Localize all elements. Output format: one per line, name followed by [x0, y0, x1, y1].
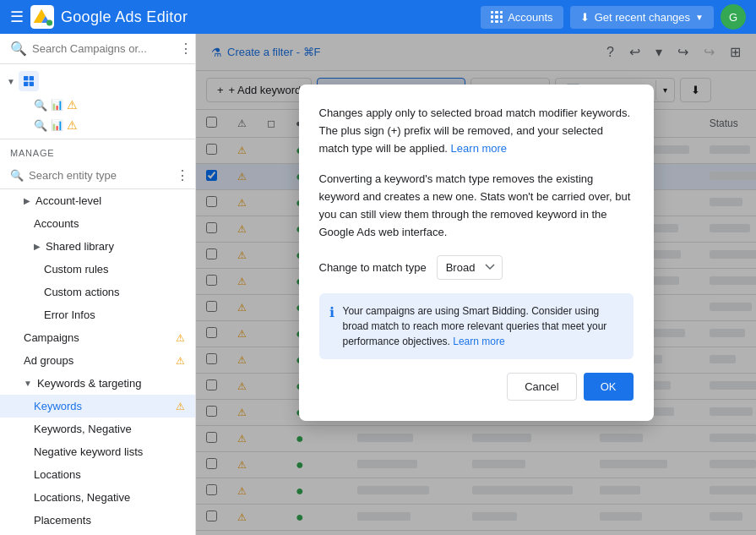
svg-rect-2 — [24, 76, 28, 80]
download-icon: ⬇ — [580, 11, 590, 24]
accounts-button[interactable]: Accounts — [481, 6, 563, 29]
sidebar-item-ad-groups[interactable]: Ad groups ⚠ — [0, 349, 195, 372]
sidebar-item-shared-library[interactable]: ▶ Shared library — [0, 235, 195, 258]
search-sub-icon: 🔍 — [34, 99, 47, 112]
nav-tree: ▶ Account-level Accounts ▶ Shared librar… — [0, 189, 195, 535]
svg-rect-5 — [30, 82, 34, 86]
entity-search-input[interactable] — [29, 169, 171, 182]
campaign-search-bar[interactable]: 🔍 ⋮ — [0, 34, 195, 64]
smart-bidding-info-box: ℹ Your campaigns are using Smart Bidding… — [319, 293, 634, 359]
sidebar-item-locations[interactable]: Locations — [0, 463, 195, 486]
grid-icon — [491, 11, 503, 23]
dialog-overlay: Changes apply only to selected broad mat… — [196, 34, 756, 535]
sidebar-item-error-infos[interactable]: Error Infos — [0, 303, 195, 326]
sidebar: 🔍 ⋮ ▼ 🔍 📊 ⚠ 🔍 📊 ⚠ — [0, 34, 196, 535]
campaign-item-1[interactable]: 🔍 📊 ⚠ — [27, 95, 195, 115]
sidebar-item-keywords[interactable]: Keywords ⚠ — [0, 395, 195, 418]
dialog-text-2: Converting a keyword's match type remove… — [319, 171, 634, 241]
entity-more-icon[interactable]: ⋮ — [176, 167, 189, 183]
content-area: ⚗ Create a filter - ⌘F ? ↩ ▾ ↪ ↪ ⊞ — [196, 34, 756, 535]
chevron-down-icon: ▼ — [695, 13, 704, 22]
learn-more-link-1[interactable]: Learn more — [451, 142, 507, 155]
campaigns-icon — [19, 71, 39, 91]
search-sub-icon2: 🔍 — [34, 119, 47, 132]
search-entity-icon: 🔍 — [10, 169, 24, 182]
warning-icon-2: ⚠ — [67, 118, 78, 132]
campaign-list: 🔍 📊 ⚠ 🔍 📊 ⚠ — [0, 95, 195, 135]
google-ads-logo — [30, 5, 54, 29]
campaign-icon-1: 📊 — [51, 99, 63, 111]
campaigns-collapse[interactable]: ▼ — [0, 68, 195, 95]
svg-rect-4 — [24, 82, 28, 86]
match-type-row: Change to match type Broad Phrase Exact — [319, 255, 634, 280]
learn-more-link-2[interactable]: Learn more — [453, 336, 504, 347]
expand-icon-shared: ▶ — [34, 242, 41, 251]
menu-icon[interactable]: ☰ — [10, 8, 24, 26]
more-icon[interactable]: ⋮ — [179, 41, 193, 57]
sidebar-item-placements-negative[interactable]: Placements, Negative — [0, 532, 195, 535]
info-icon: ℹ — [329, 304, 334, 320]
campaign-tree: ▼ 🔍 📊 ⚠ 🔍 📊 ⚠ — [0, 64, 195, 139]
campaigns-warning-icon: ⚠ — [176, 332, 185, 344]
match-type-label: Change to match type — [319, 261, 427, 274]
app-title: Google Ads Editor — [61, 8, 188, 26]
match-type-select[interactable]: Broad Phrase Exact — [437, 255, 503, 280]
sidebar-item-keywords-negative[interactable]: Keywords, Negative — [0, 418, 195, 440]
dialog-actions: Cancel OK — [319, 373, 634, 401]
svg-rect-3 — [30, 76, 34, 80]
entity-search-bar[interactable]: 🔍 ⋮ — [0, 162, 195, 189]
campaign-search-input[interactable] — [32, 42, 174, 55]
svg-point-1 — [46, 20, 52, 26]
campaign-item-2[interactable]: 🔍 📊 ⚠ — [27, 115, 195, 135]
ok-button[interactable]: OK — [584, 373, 634, 401]
ad-groups-warning-icon: ⚠ — [176, 355, 185, 367]
warning-icon: ⚠ — [67, 98, 78, 112]
top-bar: ☰ Google Ads Editor Accounts ⬇ Get recen… — [0, 0, 756, 34]
get-recent-changes-button[interactable]: ⬇ Get recent changes ▼ — [570, 6, 714, 29]
sidebar-item-locations-negative[interactable]: Locations, Negative — [0, 486, 195, 509]
expand-icon-kw: ▼ — [24, 379, 32, 388]
manage-label: MANAGE — [0, 139, 195, 162]
sidebar-item-accounts[interactable]: Accounts — [0, 212, 195, 235]
sidebar-item-negative-keyword-lists[interactable]: Negative keyword lists — [0, 440, 195, 463]
avatar[interactable]: G — [721, 4, 746, 30]
cancel-button[interactable]: Cancel — [507, 373, 576, 401]
change-match-type-dialog: Changes apply only to selected broad mat… — [299, 85, 654, 421]
sidebar-item-placements[interactable]: Placements — [0, 509, 195, 532]
expand-icon: ▶ — [24, 196, 30, 205]
sidebar-item-custom-rules[interactable]: Custom rules — [0, 258, 195, 281]
chevron-down-icon: ▼ — [7, 77, 15, 86]
keywords-warning-icon: ⚠ — [176, 401, 185, 412]
sidebar-item-custom-actions[interactable]: Custom actions — [0, 281, 195, 303]
sidebar-item-account-level[interactable]: ▶ Account-level — [0, 189, 195, 212]
campaign-icon-2: 📊 — [51, 119, 63, 131]
sidebar-item-campaigns[interactable]: Campaigns ⚠ — [0, 326, 195, 349]
search-icon: 🔍 — [10, 41, 27, 57]
dialog-text-1: Changes apply only to selected broad mat… — [319, 105, 634, 157]
sidebar-item-keywords-targeting[interactable]: ▼ Keywords & targeting — [0, 372, 195, 395]
